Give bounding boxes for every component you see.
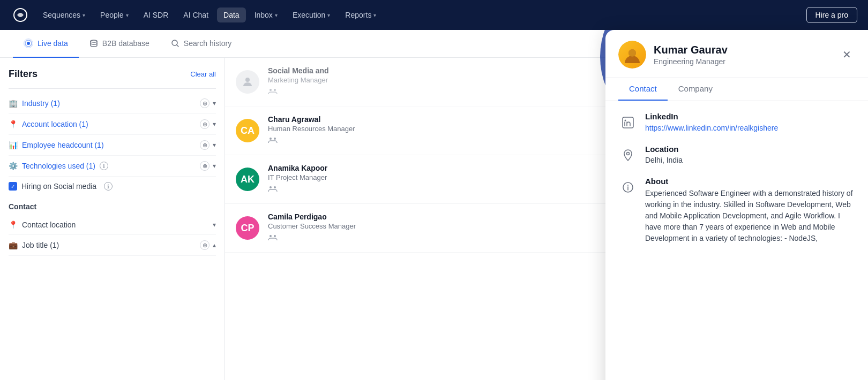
filter-headcount-remove[interactable]: ⊗ (200, 140, 209, 150)
svg-point-13 (270, 186, 272, 188)
database-icon (89, 39, 98, 48)
contact-location-label[interactable]: 📍 Contact location (9, 221, 76, 229)
filter-item-technologies: ⚙️ Technologies used (1) ℹ ⊗ ▾ (9, 156, 216, 177)
top-nav: Sequences ▾ People ▾ AI SDR AI Chat Data… (0, 0, 868, 30)
search-icon (171, 39, 179, 48)
svg-point-10 (274, 138, 276, 140)
sub-nav-b2b-database[interactable]: B2B database (79, 30, 160, 58)
main-area: Live data B2B database Search history Fi… (0, 30, 868, 380)
panel-section-linkedin: LinkedIn https://www.linkedin.com/in/rea… (618, 112, 855, 133)
nav-item-inbox[interactable]: Inbox ▾ (248, 7, 284, 22)
clear-all-button[interactable]: Clear all (190, 70, 216, 78)
svg-point-24 (625, 120, 626, 121)
nav-item-sequences[interactable]: Sequences ▾ (36, 7, 92, 22)
location-value: Delhi, India (645, 156, 855, 164)
filter-item-employee-headcount: 📊 Employee headcount (1) ⊗ ▾ (9, 135, 216, 156)
avatar (236, 70, 259, 94)
tab-contact[interactable]: Contact (618, 78, 668, 101)
filter-industry-remove[interactable]: ⊗ (200, 98, 209, 108)
tab-company[interactable]: Company (668, 78, 723, 101)
about-text: Experienced Software Engineer with a dem… (645, 188, 855, 244)
filter-headcount-label[interactable]: 📊 Employee headcount (1) (9, 141, 104, 149)
filters-title: Filters (9, 69, 38, 80)
avatar: AK (236, 168, 259, 191)
hiring-social-info-icon[interactable]: ℹ (104, 182, 113, 191)
svg-point-27 (627, 185, 628, 186)
chevron-down-icon: ▾ (83, 12, 85, 18)
sidebar-filters: Filters Clear all 🏢 Industry (1) ⊗ ▾ 📍 (0, 58, 225, 380)
connect-icon (268, 232, 642, 244)
job-title-icon: 💼 (9, 241, 18, 249)
sub-nav-live-data[interactable]: Live data (13, 30, 79, 58)
filter-item-job-title: 💼 Job title (1) ⊗ ▴ (9, 235, 216, 256)
avatar: CP (236, 216, 259, 240)
person-title: IT Project Manager (268, 173, 637, 181)
panel-person-name: Kumar Gaurav (654, 44, 830, 56)
svg-rect-23 (623, 117, 633, 128)
svg-point-25 (627, 153, 630, 155)
job-title-label[interactable]: 💼 Job title (1) (9, 241, 59, 249)
nav-item-data[interactable]: Data (217, 7, 246, 22)
person-name: Camila Perdigao (268, 212, 642, 221)
panel-content: LinkedIn https://www.linkedin.com/in/rea… (605, 101, 868, 380)
nav-item-reports[interactable]: Reports ▾ (339, 7, 383, 22)
sub-nav-search-history[interactable]: Search history (160, 30, 242, 58)
person-title: Human Resources Manager (268, 125, 647, 133)
person-info: Camila Perdigao Customer Success Manager (268, 212, 642, 244)
panel-header: Kumar Gaurav Engineering Manager ✕ (605, 30, 868, 78)
contact-section: Contact 📍 Contact location ▾ 💼 Job title… (9, 202, 216, 256)
svg-point-9 (270, 138, 272, 140)
person-title: Customer Success Manager (268, 222, 642, 230)
filter-account-location-expand[interactable]: ▾ (213, 120, 216, 128)
svg-point-22 (628, 49, 636, 57)
panel-section-location: Location Delhi, India (618, 145, 855, 165)
nav-item-ai-chat[interactable]: AI Chat (177, 7, 215, 22)
filter-job-title-remove[interactable]: ⊗ (200, 240, 209, 250)
hire-pro-button[interactable]: Hire a pro (806, 7, 857, 23)
filter-item-account-location: 📍 Account location (1) ⊗ ▾ (9, 114, 216, 135)
panel-tabs: Contact Company (605, 78, 868, 101)
filter-industry-expand[interactable]: ▾ (213, 100, 216, 107)
avatar: CA (236, 119, 259, 142)
svg-point-1 (27, 42, 30, 45)
filter-item-contact-location: 📍 Contact location ▾ (9, 215, 216, 235)
filter-technologies-label[interactable]: ⚙️ Technologies used (1) ℹ (9, 162, 108, 170)
filter-divider (9, 88, 216, 89)
person-name: Charu Agrawal (268, 115, 647, 124)
chevron-down-icon: ▾ (373, 12, 376, 18)
filter-job-title-expand[interactable]: ▴ (213, 241, 216, 249)
person-title: Marketing Manager (268, 76, 647, 84)
technologies-info-icon[interactable]: ℹ (100, 162, 108, 170)
panel-close-button[interactable]: ✕ (838, 46, 855, 63)
industry-icon: 🏢 (9, 99, 18, 108)
panel-name-section: Kumar Gaurav Engineering Manager (654, 44, 830, 66)
filter-account-location-label[interactable]: 📍 Account location (1) (9, 120, 88, 128)
location-icon: 📍 (9, 120, 18, 128)
avatar-image (618, 41, 646, 69)
svg-point-18 (274, 235, 276, 237)
nav-item-execution[interactable]: Execution ▾ (286, 7, 336, 22)
svg-point-7 (270, 89, 272, 91)
contact-panel: Kumar Gaurav Engineering Manager ✕ Conta… (605, 30, 868, 380)
chevron-down-icon: ▾ (126, 12, 129, 18)
contact-location-expand[interactable]: ▾ (213, 221, 216, 229)
linkedin-url[interactable]: https://www.linkedin.com/in/realkgishere (645, 124, 778, 132)
filter-hiring-social-checkbox[interactable]: ✓ (9, 182, 17, 191)
nav-item-people[interactable]: People ▾ (94, 7, 135, 22)
panel-section-about: About Experienced Software Engineer with… (618, 177, 855, 244)
chevron-down-icon: ▾ (327, 12, 330, 18)
filters-header: Filters Clear all (9, 69, 216, 80)
person-name: Social Media and (268, 66, 647, 75)
filter-account-location-remove[interactable]: ⊗ (200, 119, 209, 129)
filter-technologies-expand[interactable]: ▾ (213, 162, 216, 170)
filter-headcount-expand[interactable]: ▾ (213, 141, 216, 149)
filter-industry-label[interactable]: 🏢 Industry (1) (9, 99, 60, 108)
pulse-icon (24, 39, 33, 48)
filter-item-industry: 🏢 Industry (1) ⊗ ▾ (9, 93, 216, 114)
connect-icon (268, 135, 647, 146)
nav-item-ai-sdr[interactable]: AI SDR (137, 7, 175, 22)
headcount-icon: 📊 (9, 141, 18, 149)
filter-technologies-remove[interactable]: ⊗ (200, 161, 209, 171)
panel-avatar (618, 41, 646, 69)
svg-point-14 (274, 186, 276, 188)
